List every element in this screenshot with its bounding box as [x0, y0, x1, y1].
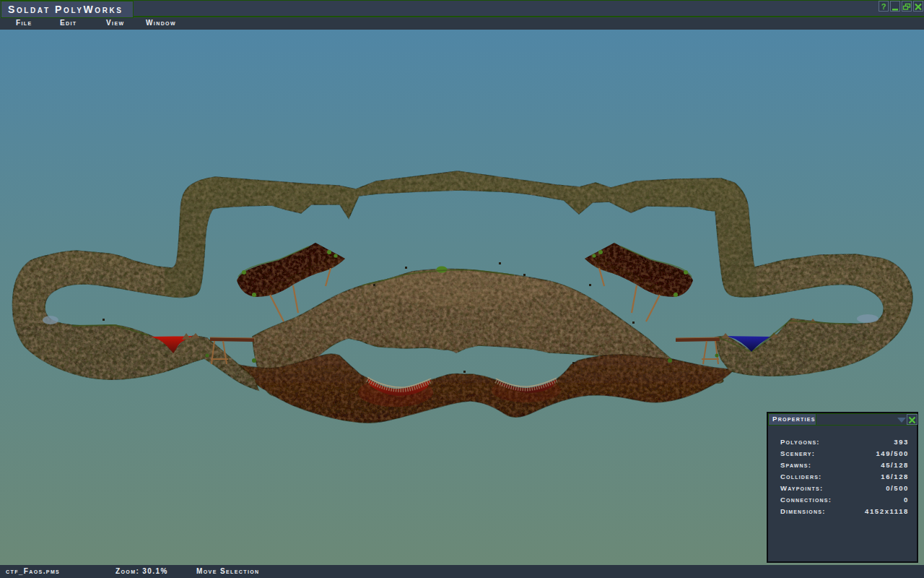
- svg-text:?: ?: [881, 2, 886, 11]
